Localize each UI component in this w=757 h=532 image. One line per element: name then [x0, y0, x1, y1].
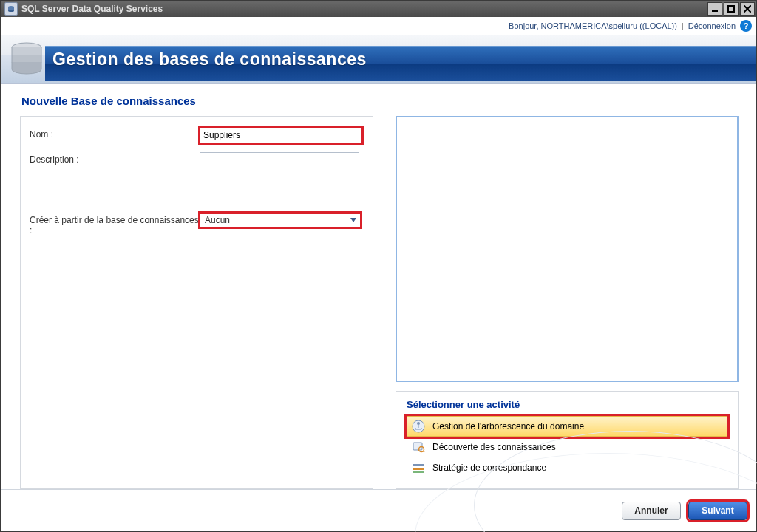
activity-item-knowledge-discovery[interactable]: Découverte des connaissances — [407, 437, 727, 457]
matching-icon — [412, 461, 425, 474]
content: Nouvelle Base de connaissances Nom : Des… — [1, 84, 756, 489]
database-icon — [10, 41, 44, 78]
activity-panel: Sélectionner une activité Gestion de l'a… — [396, 391, 739, 489]
next-button[interactable]: Suivant — [688, 502, 747, 520]
right-column: Sélectionner une activité Gestion de l'a… — [396, 116, 739, 489]
svg-rect-17 — [413, 464, 424, 466]
section-title: Nouvelle Base de connaissances — [21, 95, 739, 107]
svg-line-16 — [424, 451, 425, 453]
cancel-button[interactable]: Annuler — [622, 502, 681, 520]
activity-item-label: Découverte des connaissances — [432, 442, 556, 452]
close-button[interactable] — [740, 2, 755, 16]
separator: | — [682, 21, 684, 30]
activity-title: Sélectionner une activité — [407, 399, 727, 410]
activity-item-matching-policy[interactable]: Stratégie de correspondance — [407, 457, 727, 478]
createfrom-label: Créer à partir de la base de connaissanc… — [30, 213, 200, 236]
form-panel: Nom : Description : Créer à partir de la… — [20, 116, 373, 489]
window-title: SQL Server Data Quality Services — [21, 4, 163, 14]
help-icon[interactable]: ? — [740, 20, 752, 32]
greeting-bar: Bonjour, NORTHAMERICA\spelluru ((LOCAL))… — [1, 17, 756, 35]
domain-tree-icon — [412, 420, 425, 433]
activity-item-domain-management[interactable]: Gestion de l'arborescence du domaine — [407, 416, 727, 437]
createfrom-select[interactable]: Aucun — [200, 213, 361, 228]
svg-rect-19 — [413, 471, 424, 473]
activity-item-label: Stratégie de correspondance — [432, 463, 546, 473]
greeting-text: Bonjour, NORTHAMERICA\spelluru ((LOCAL)) — [509, 21, 677, 30]
preview-pane — [396, 116, 739, 382]
description-label: Description : — [30, 152, 200, 165]
app-window: SQL Server Data Quality Services Bonjour… — [0, 0, 757, 532]
titlebar: SQL Server Data Quality Services — [1, 1, 756, 17]
svg-rect-18 — [413, 468, 424, 470]
discovery-icon — [412, 440, 425, 454]
banner: Gestion des bases de connaissances — [1, 35, 756, 84]
footer: Annuler Suivant — [1, 489, 756, 531]
svg-point-9 — [417, 422, 420, 425]
name-input[interactable] — [200, 127, 362, 143]
svg-point-2 — [8, 10, 14, 12]
columns: Nom : Description : Créer à partir de la… — [20, 116, 739, 489]
minimize-button[interactable] — [707, 2, 722, 16]
chevron-down-icon — [348, 215, 359, 225]
createfrom-value: Aucun — [205, 215, 230, 225]
maximize-button[interactable] — [724, 2, 739, 16]
app-icon — [4, 2, 18, 16]
banner-title: Gestion des bases de connaissances — [52, 50, 367, 69]
svg-rect-4 — [728, 6, 734, 12]
activity-item-label: Gestion de l'arborescence du domaine — [432, 421, 584, 432]
description-input[interactable] — [200, 152, 359, 200]
name-label: Nom : — [30, 127, 200, 140]
logout-link[interactable]: Déconnexion — [688, 21, 736, 30]
